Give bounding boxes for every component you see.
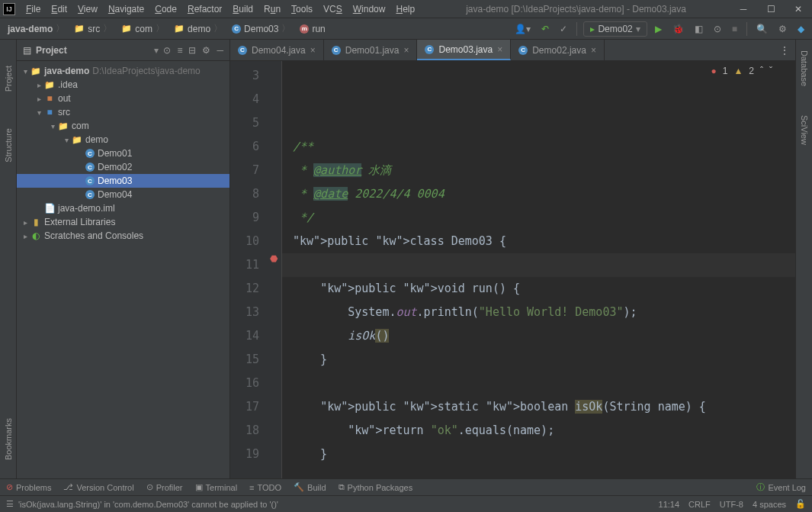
close-icon[interactable]: × [403, 45, 409, 56]
menu-code[interactable]: Code [150, 2, 181, 16]
run-config-selector[interactable]: ▸Demo02▾ [583, 21, 647, 37]
hide-icon[interactable]: ─ [217, 45, 223, 56]
select-opened-file-icon[interactable]: ⊙ [163, 45, 171, 56]
menu-navigate[interactable]: Navigate [104, 2, 149, 16]
encoding[interactable]: UTF-8 [720, 500, 743, 509]
hammer-icon: 🔨 [294, 482, 304, 492]
menu-build[interactable]: Build [228, 2, 258, 16]
profile-button[interactable]: ⊙ [711, 22, 724, 36]
tree-out[interactable]: ▸■out [17, 92, 229, 105]
menu-refactor[interactable]: Refactor [183, 2, 226, 16]
tool-bookmarks[interactable]: Bookmarks [4, 415, 13, 463]
tree-src[interactable]: ▾■src [17, 105, 229, 119]
vcs-check-icon[interactable]: ✓ [557, 22, 570, 36]
close-icon[interactable]: × [310, 45, 316, 56]
crumb-src[interactable]: src〉 [71, 21, 115, 37]
tool-vcs[interactable]: ⎇Version Control [63, 482, 133, 492]
help-button[interactable]: ◆ [794, 22, 807, 36]
tabs-more-button[interactable]: ⋮ [774, 40, 795, 60]
tree-com[interactable]: ▾com [17, 119, 229, 133]
tab-demo04[interactable]: CDemo04.java× [230, 40, 324, 60]
menu-file[interactable]: File [21, 2, 45, 16]
back-icon[interactable]: ↶ [538, 22, 552, 36]
tab-demo02[interactable]: CDemo02.java× [511, 40, 605, 60]
run-button[interactable]: ▶ [652, 22, 665, 36]
tool-sciview[interactable]: SciView [800, 112, 809, 148]
settings-button[interactable]: ⚙ [775, 22, 790, 36]
tree-ext-libs[interactable]: ▸▮External Libraries [17, 215, 229, 229]
maximize-button[interactable]: ☐ [760, 2, 782, 17]
settings-icon[interactable]: ⚙ [202, 45, 210, 56]
menu-toggle-icon[interactable]: ☰ [6, 499, 14, 509]
tool-terminal[interactable]: ▣Terminal [195, 482, 238, 492]
error-icon: ● [711, 66, 716, 76]
tree-demo02[interactable]: CDemo02 [17, 160, 229, 174]
code-content[interactable]: /** * @author 水滴 * @date 2022/4/4 0004 *… [282, 61, 795, 478]
inspection-widget[interactable]: ●1 ▲2 ˆ ˇ [711, 66, 772, 76]
chevron-up-icon[interactable]: ˆ [760, 66, 763, 76]
close-button[interactable]: ✕ [788, 2, 809, 17]
menu-tools[interactable]: Tools [287, 2, 317, 16]
tool-database[interactable]: Database [800, 47, 809, 89]
tab-demo03[interactable]: CDemo03.java× [417, 40, 511, 60]
tool-structure[interactable]: Structure [4, 125, 13, 166]
statusbar: ☰ 'isOk(java.lang.String)' in 'com.demo.… [0, 495, 812, 512]
search-everywhere-button[interactable]: 🔍 [753, 22, 771, 36]
fold-column[interactable]: ⬣ [268, 61, 282, 478]
expand-all-icon[interactable]: ≡ [177, 45, 182, 56]
status-message[interactable]: ☰ 'isOk(java.lang.String)' in 'com.demo.… [6, 499, 650, 509]
tool-profiler[interactable]: ⊙Profiler [146, 482, 183, 492]
indent[interactable]: 4 spaces [753, 500, 786, 509]
crumb-com[interactable]: com〉 [118, 21, 168, 37]
folder-icon [30, 66, 41, 76]
stop-button[interactable]: ■ [729, 22, 740, 36]
crumb-method[interactable]: mrun [297, 22, 328, 36]
tree-idea[interactable]: ▸.idea [17, 78, 229, 92]
menu-window[interactable]: Window [348, 2, 390, 16]
close-icon[interactable]: × [497, 44, 502, 55]
user-icon[interactable]: 👤▾ [512, 22, 534, 36]
error-bulb-icon[interactable]: ⬣ [270, 253, 278, 264]
tree-demo01[interactable]: CDemo01 [17, 147, 229, 160]
coverage-button[interactable]: ◧ [692, 22, 706, 36]
chevron-down-icon[interactable]: ˇ [769, 66, 772, 76]
class-icon: C [518, 46, 528, 55]
line-numbers: 345678910111213141516171819 [230, 61, 268, 478]
close-icon[interactable]: × [591, 45, 596, 56]
line-separator[interactable]: CRLF [688, 500, 711, 509]
tool-todo[interactable]: ≡TODO [249, 483, 281, 492]
menu-help[interactable]: Help [391, 2, 419, 16]
menu-run[interactable]: Run [259, 2, 285, 16]
menu-edit[interactable]: Edit [47, 2, 72, 16]
library-icon: ▮ [30, 217, 41, 227]
tree-scratches[interactable]: ▸◐Scratches and Consoles [17, 229, 229, 243]
event-log-button[interactable]: ⓘEvent Log [756, 481, 806, 493]
dropdown-icon[interactable]: ▾ [154, 45, 159, 56]
minimize-button[interactable]: ─ [733, 2, 754, 17]
collapse-all-icon[interactable]: ⊟ [188, 45, 196, 56]
readonly-icon[interactable]: 🔓 [795, 499, 806, 509]
caret-position[interactable]: 11:14 [659, 500, 680, 509]
tree-demo[interactable]: ▾demo [17, 133, 229, 147]
tree-demo03[interactable]: CDemo03 [17, 174, 229, 188]
tree-iml[interactable]: 📄java-demo.iml [17, 201, 229, 215]
tool-project[interactable]: Project [4, 63, 13, 95]
crumb-demo[interactable]: demo〉 [171, 21, 226, 37]
tab-demo01[interactable]: CDemo01.java× [324, 40, 418, 60]
crumb-project[interactable]: java-demo〉 [5, 21, 68, 37]
terminal-icon: ▣ [195, 482, 203, 492]
debug-button[interactable]: 🐞 [669, 22, 687, 36]
tree-demo04[interactable]: CDemo04 [17, 188, 229, 201]
project-tree[interactable]: ▾java-demo D:\IdeaProjects\java-demo ▸.i… [17, 61, 229, 478]
tool-problems[interactable]: ⊘Problems [6, 482, 51, 492]
tab-label: Demo01.java [345, 45, 400, 56]
tree-root[interactable]: ▾java-demo D:\IdeaProjects\java-demo [17, 64, 229, 78]
crumb-class[interactable]: CDemo03〉 [229, 21, 294, 37]
menu-vcs[interactable]: VCS [319, 2, 347, 16]
tool-python[interactable]: ⧉Python Packages [339, 482, 413, 492]
tool-build[interactable]: 🔨Build [294, 482, 326, 492]
class-icon: C [238, 46, 247, 55]
editor-body[interactable]: 345678910111213141516171819 ⬣ /** * @aut… [230, 61, 795, 478]
menu-view[interactable]: View [73, 2, 102, 16]
package-icon: ⧉ [339, 482, 345, 492]
